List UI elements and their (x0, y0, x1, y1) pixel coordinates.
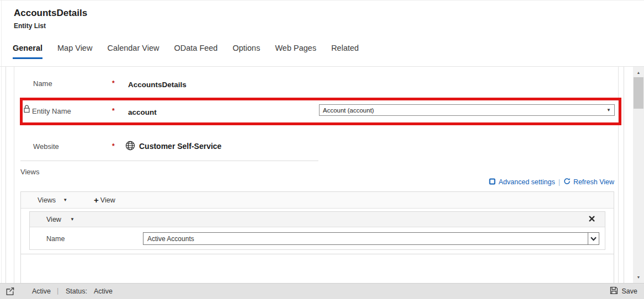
vertical-scrollbar[interactable]: ▲ ▼ (633, 67, 644, 283)
entity-name-field-label: Entity Name (32, 107, 71, 115)
status-label: Status: (66, 287, 87, 295)
entity-name-required-asterisk: * (112, 107, 115, 115)
checkbox-icon (489, 178, 496, 186)
entity-name-field-value: account (128, 108, 157, 116)
popout-icon[interactable] (6, 287, 14, 297)
tab-general[interactable]: General (13, 44, 42, 59)
entity-name-select[interactable]: Account (account) ▼ (319, 104, 615, 116)
scrollbar-up-icon[interactable]: ▲ (633, 68, 644, 77)
caret-down-icon: ▼ (606, 108, 611, 113)
views-panel-header: Views ▼ + View (21, 192, 614, 209)
view-dropdown[interactable]: View ▼ (46, 216, 74, 223)
page-title: AccountsDetails (14, 8, 87, 19)
status-separator: | (57, 287, 58, 295)
view-name-label: Name (46, 235, 65, 243)
refresh-view-link[interactable]: Refresh View (563, 178, 614, 186)
view-item-header: View ▼ (30, 212, 605, 227)
tab-calendar-view[interactable]: Calendar View (107, 44, 159, 59)
page-subtitle: Entity List (14, 22, 46, 30)
entity-name-select-value: Account (account) (323, 107, 374, 114)
scrollbar-thumb[interactable] (634, 77, 643, 109)
name-field-value: AccountsDetails (128, 81, 187, 89)
views-section-label: Views (20, 168, 39, 176)
tab-options[interactable]: Options (232, 44, 260, 59)
website-field-label: Website (33, 142, 59, 151)
close-icon (589, 216, 595, 223)
views-links-row: Advanced settings | Refresh View (20, 178, 614, 186)
form-container-left-border (14, 67, 14, 283)
tab-web-pages[interactable]: Web Pages (275, 44, 316, 59)
views-dropdown-label: Views (38, 196, 56, 204)
save-button[interactable]: Save (610, 286, 638, 296)
refresh-view-label: Refresh View (573, 178, 614, 186)
view-dropdown-label: View (46, 216, 61, 223)
views-panel-bottom-border (21, 254, 614, 254)
tab-bar: General Map View Calendar View OData Fee… (13, 44, 359, 59)
name-required-asterisk: * (112, 79, 115, 87)
add-view-button[interactable]: + View (94, 196, 115, 204)
view-item-panel: View ▼ Name Active Accounts (29, 211, 605, 250)
links-separator: | (558, 178, 560, 186)
website-required-asterisk: * (112, 142, 115, 150)
status-bar: Active | Status: Active Save (0, 283, 644, 299)
name-field-label: Name (33, 79, 52, 88)
save-icon (610, 286, 618, 296)
views-dropdown[interactable]: Views ▼ (38, 196, 67, 204)
content-panel-right-border (624, 67, 624, 283)
website-field-value[interactable]: Customer Self-Service (139, 142, 221, 151)
plus-icon: + (94, 196, 99, 204)
tab-map-view[interactable]: Map View (57, 44, 92, 59)
window-top-edge (0, 0, 644, 1)
content-panel-left-border (6, 67, 6, 283)
caret-down-icon: ▼ (70, 217, 74, 222)
views-panel: Views ▼ + View View ▼ Name Active Accoun… (20, 191, 614, 283)
combobox-dropdown-button[interactable] (588, 233, 599, 244)
status-value: Active (94, 287, 113, 295)
caret-down-icon: ▼ (63, 197, 67, 202)
view-name-combobox[interactable]: Active Accounts (143, 232, 599, 245)
advanced-settings-label: Advanced settings (498, 178, 555, 186)
refresh-icon (563, 178, 571, 186)
status-state-text: Active (32, 287, 51, 295)
chevron-down-icon (590, 235, 597, 243)
tab-related[interactable]: Related (331, 44, 359, 59)
tab-odata-feed[interactable]: OData Feed (174, 44, 217, 59)
globe-icon (125, 141, 135, 153)
form-container-right-border (618, 67, 619, 283)
view-item-body: Name Active Accounts (30, 227, 605, 250)
view-name-value: Active Accounts (147, 235, 194, 243)
section-divider (20, 161, 318, 161)
scrollbar-down-icon[interactable]: ▼ (633, 273, 644, 282)
window-left-edge (1, 0, 2, 283)
close-view-button[interactable] (589, 216, 595, 223)
save-label: Save (622, 287, 638, 295)
advanced-settings-link[interactable]: Advanced settings (489, 178, 555, 186)
lock-icon (23, 105, 30, 116)
add-view-label: View (100, 196, 115, 204)
header-divider (0, 66, 644, 67)
